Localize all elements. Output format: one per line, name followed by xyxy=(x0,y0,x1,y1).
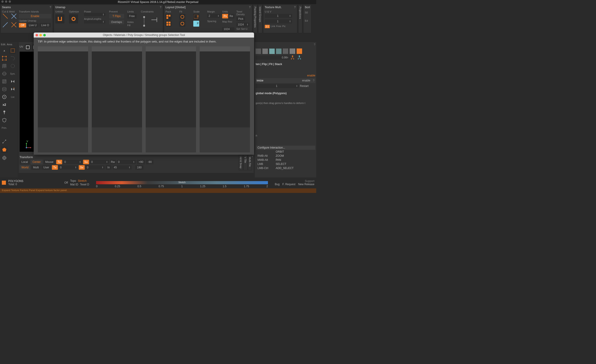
dialog-column-materials[interactable] xyxy=(92,46,142,153)
power-field[interactable]: ▲▼ xyxy=(84,13,105,16)
tree-icons[interactable] xyxy=(291,55,304,60)
texeld-button[interactable]: Texel D xyxy=(80,183,89,186)
dialog-column-smoothing[interactable] xyxy=(200,46,250,153)
tool-flip-v[interactable] xyxy=(9,86,16,93)
tool-sym[interactable]: Sym. xyxy=(9,70,16,77)
enable2-link[interactable]: enable xyxy=(302,79,310,82)
tool-cylinder[interactable] xyxy=(1,86,8,93)
m90-button[interactable]: -90 xyxy=(146,160,153,164)
center-button[interactable]: Center xyxy=(31,160,43,164)
constraints-icon[interactable] xyxy=(141,13,159,29)
in-button[interactable]: In xyxy=(106,165,112,170)
set-u-label[interactable]: Set U. xyxy=(241,28,248,30)
sv-button[interactable]: Sv xyxy=(79,165,85,170)
r180-button[interactable]: 180 xyxy=(135,165,143,170)
grid-swatch-7[interactable] xyxy=(297,48,302,54)
fit-icon-1[interactable] xyxy=(179,14,185,20)
edit-tab[interactable]: Edit. xyxy=(1,43,6,46)
tex-val2-field[interactable]: 1▲▼ xyxy=(265,19,292,23)
free-button[interactable]: Free xyxy=(127,14,137,18)
help-icon[interactable]: ? xyxy=(314,43,315,46)
overlaps-button[interactable]: Overlaps xyxy=(109,20,124,24)
link-button[interactable]: Link xyxy=(271,25,275,28)
optimize-icon[interactable] xyxy=(69,14,78,23)
tool-pin[interactable] xyxy=(1,109,8,116)
stretch-button[interactable]: Stretch xyxy=(78,179,87,182)
scale-icon-1[interactable]: P xyxy=(193,14,199,20)
vtab-uv-tile[interactable]: V Tile xyxy=(243,155,247,170)
t-flips-button[interactable]: T Flips xyxy=(109,14,124,18)
p90-button[interactable]: +90 xyxy=(137,160,145,164)
rez-field[interactable]: 1024▲▼ xyxy=(236,22,250,27)
grid-swatch-4[interactable] xyxy=(276,48,282,54)
one-one-button[interactable]: 1:1 xyxy=(265,25,270,28)
user-button[interactable]: User xyxy=(41,165,51,170)
pic-button[interactable]: Pic xyxy=(282,25,286,28)
pack-icon-2[interactable] xyxy=(165,21,171,27)
unfold-icon[interactable] xyxy=(55,14,64,23)
tool-sphere[interactable] xyxy=(1,70,8,77)
new-release-link[interactable]: New Release xyxy=(298,183,314,186)
tool-prim[interactable]: Prim. xyxy=(1,124,8,131)
grid-swatch-3[interactable] xyxy=(269,48,275,54)
scale-icon-2[interactable]: P xyxy=(193,21,199,27)
tool-globe[interactable] xyxy=(1,154,8,161)
dialog-titlebar[interactable]: Objects / Materials / Poly Groups / Smoo… xyxy=(34,33,254,37)
tu-button[interactable]: Tu xyxy=(56,160,62,164)
gradient-bar[interactable]: Stretch xyxy=(96,181,268,184)
tool-x2-icon[interactable]: x2 xyxy=(1,101,8,108)
tool-target[interactable] xyxy=(1,94,8,100)
tool-circle[interactable] xyxy=(9,63,16,69)
topo-button[interactable]: Topo xyxy=(70,179,76,182)
mouse-button[interactable]: Mouse xyxy=(44,160,55,164)
cut-icon-2[interactable] xyxy=(11,13,17,19)
tv-field[interactable]: 0▲▼ xyxy=(59,165,78,169)
vtab-multi-tile[interactable]: Multi-Tile xyxy=(248,155,252,170)
tool-shield[interactable] xyxy=(1,117,8,124)
live-u-button[interactable]: Live U xyxy=(27,23,38,28)
pack-icon-1[interactable] xyxy=(165,14,171,20)
tool-transform[interactable] xyxy=(1,55,8,62)
tool-line[interactable] xyxy=(1,138,8,145)
fit-icon-2[interactable] xyxy=(179,21,185,27)
rp-num-field[interactable]: 0.99▲▼ xyxy=(256,56,290,60)
px-button[interactable]: Px xyxy=(222,14,228,18)
grid-swatch-6[interactable] xyxy=(290,48,295,54)
dialog-column-polygroups[interactable] xyxy=(146,46,196,153)
tool-pointer[interactable]: ▲ xyxy=(1,47,8,54)
live-o-button[interactable]: Live O xyxy=(39,23,51,28)
vtab-projections[interactable]: Projections xyxy=(298,5,302,33)
local-button[interactable]: Local xyxy=(20,160,30,164)
rez2-field[interactable]: 1024 xyxy=(222,27,234,31)
area-tab[interactable]: Area xyxy=(7,43,12,46)
grid-swatch-5[interactable] xyxy=(283,48,288,54)
tool-mesh[interactable] xyxy=(1,78,8,85)
in-field[interactable]: 45▲▼ xyxy=(112,165,132,169)
grid-swatch-2[interactable] xyxy=(262,48,268,54)
help-icon[interactable]: ? xyxy=(313,79,314,82)
cut-icon-1[interactable] xyxy=(2,13,8,19)
rw-field[interactable]: 0▲▼ xyxy=(117,160,136,164)
off-button[interactable]: Off xyxy=(64,181,68,184)
su-button[interactable]: Su xyxy=(83,160,89,164)
weld-icon-1[interactable] xyxy=(2,22,8,28)
help-icon[interactable]: ? xyxy=(50,6,51,9)
grid-swatch-1[interactable] xyxy=(256,48,261,54)
window-controls[interactable] xyxy=(1,0,11,3)
re-button[interactable]: Re xyxy=(228,14,234,18)
frequest-link[interactable]: F. Request xyxy=(282,183,295,186)
help-icon[interactable]: ? xyxy=(249,6,251,9)
matid-button[interactable]: Mat ID xyxy=(70,183,78,186)
vtab-grid-snap[interactable]: rid & Snap xyxy=(239,155,243,170)
tu-field[interactable]: 0▲▼ xyxy=(63,160,82,164)
tv-button[interactable]: Tv xyxy=(52,165,58,170)
tool-poly[interactable] xyxy=(1,146,8,153)
restart-button[interactable]: Restart xyxy=(300,84,309,87)
uv-icon-1[interactable] xyxy=(25,44,31,50)
enable-button[interactable]: Enable xyxy=(19,14,51,18)
s0-label[interactable]: S0 xyxy=(305,11,310,14)
help-icon[interactable]: ? xyxy=(160,6,161,9)
set-label[interactable]: Set xyxy=(236,28,240,30)
tool-flip-h[interactable] xyxy=(9,78,16,85)
bug-link[interactable]: Bug xyxy=(275,183,280,186)
